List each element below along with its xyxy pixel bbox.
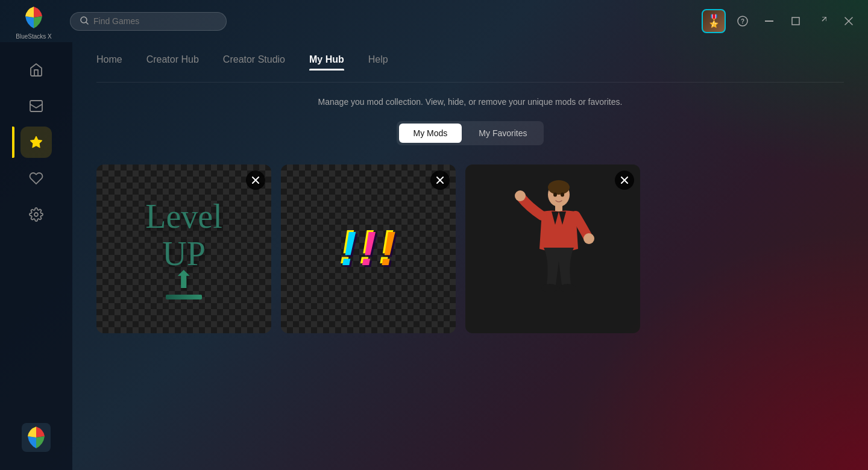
- svg-line-2: [86, 22, 88, 24]
- help-button[interactable]: ?: [733, 11, 752, 31]
- svg-point-21: [548, 180, 570, 195]
- mod-card-3-content: [465, 164, 640, 333]
- mod-card-1: LevelUP ⬆: [96, 164, 271, 333]
- titlebar-controls: 🎖️ ?: [702, 9, 858, 33]
- svg-rect-5: [765, 20, 773, 22]
- search-bar[interactable]: [70, 12, 227, 31]
- page-subtitle: Manage you mod collection. View, hide, o…: [96, 97, 844, 107]
- logo-area: BlueStacks X: [10, 3, 58, 40]
- tab-help[interactable]: Help: [368, 54, 388, 70]
- svg-text:?: ?: [741, 18, 744, 25]
- sidebar-item-myhub[interactable]: [20, 127, 52, 158]
- svg-rect-10: [30, 101, 42, 111]
- svg-point-27: [553, 193, 557, 197]
- tab-creator-studio[interactable]: Creator Studio: [223, 54, 285, 70]
- avatar-emoji: 🎖️: [706, 14, 722, 28]
- search-icon: [80, 16, 89, 27]
- svg-point-25: [541, 284, 558, 292]
- mods-grid: LevelUP ⬆ ! !: [96, 164, 844, 333]
- sidebar-item-favorites[interactable]: [20, 163, 52, 194]
- tab-creator-hub[interactable]: Creator Hub: [146, 54, 199, 70]
- mod-card-1-close[interactable]: [246, 171, 265, 190]
- svg-rect-6: [792, 17, 799, 25]
- sidebar-item-settings[interactable]: [20, 199, 52, 230]
- restore-button[interactable]: [813, 11, 832, 31]
- dancer-graphic: [498, 177, 607, 321]
- svg-marker-11: [30, 136, 42, 148]
- svg-point-12: [34, 213, 38, 216]
- mod-card-3: [465, 164, 640, 333]
- sidebar: [0, 42, 72, 470]
- sidebar-item-inbox[interactable]: [20, 90, 52, 122]
- exclaim-cyan: !: [341, 225, 357, 273]
- svg-point-23: [515, 190, 526, 201]
- mod-card-3-close[interactable]: [615, 171, 634, 190]
- exclaim-orange: !: [380, 225, 396, 273]
- mod-card-2-close[interactable]: [430, 171, 450, 190]
- search-input[interactable]: [93, 16, 216, 26]
- logo-text: BlueStacks X: [16, 33, 51, 40]
- svg-point-28: [561, 193, 564, 197]
- close-button[interactable]: [839, 11, 858, 31]
- maximize-button[interactable]: [786, 11, 805, 31]
- svg-line-7: [822, 17, 826, 21]
- exclamation-graphic: ! ! !: [341, 225, 396, 273]
- tab-home[interactable]: Home: [96, 54, 122, 70]
- sidebar-item-home[interactable]: [20, 54, 52, 86]
- toggle-group: My Mods My Favorites: [397, 121, 544, 145]
- mod-card-2: ! ! !: [281, 164, 456, 333]
- level-up-graphic: LevelUP ⬆: [145, 198, 222, 299]
- title-bar: BlueStacks X 🎖️ ?: [0, 0, 868, 42]
- nav-tabs: Home Creator Hub Creator Studio My Hub H…: [96, 42, 844, 83]
- bluestacks-logo: [19, 3, 48, 32]
- exclaim-pink: !: [360, 225, 377, 273]
- main-content: Home Creator Hub Creator Studio My Hub H…: [72, 42, 868, 470]
- mod-card-2-content: ! ! !: [281, 164, 456, 333]
- bluestacks-bottom-logo: [22, 423, 51, 452]
- mod-card-1-content: LevelUP ⬆: [96, 164, 271, 333]
- svg-rect-22: [555, 205, 562, 212]
- tab-my-hub[interactable]: My Hub: [309, 54, 344, 70]
- my-favorites-toggle[interactable]: My Favorites: [464, 124, 541, 143]
- avatar[interactable]: 🎖️: [702, 9, 726, 33]
- minimize-button[interactable]: [760, 11, 779, 31]
- svg-point-24: [583, 233, 594, 244]
- my-mods-toggle[interactable]: My Mods: [399, 124, 462, 143]
- svg-point-26: [559, 284, 576, 292]
